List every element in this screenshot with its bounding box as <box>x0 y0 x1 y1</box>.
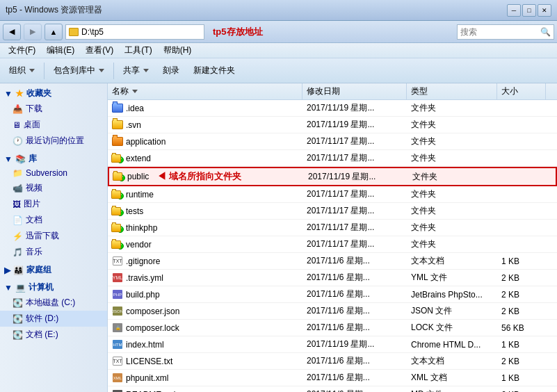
share-button[interactable]: 共享 <box>117 62 155 79</box>
sidebar-item-documents[interactable]: 📄 文档 <box>0 212 107 228</box>
disk-d-icon: 💽 <box>13 314 23 324</box>
menu-edit[interactable]: 编辑(E) <box>41 43 80 58</box>
file-size: 56 KB <box>497 321 546 335</box>
column-header-date[interactable]: 修改日期 <box>302 83 407 99</box>
file-name: composer.lock <box>126 323 179 333</box>
file-name: public <box>127 172 149 181</box>
video-icon: 📹 <box>13 183 23 193</box>
file-row[interactable]: YML .travis.yml 2017/11/6 星期... YML 文件 2… <box>108 270 557 286</box>
sidebar-item-drive-c[interactable]: 💽 本地磁盘 (C:) <box>0 295 107 311</box>
file-row[interactable]: TXT LICENSE.txt 2017/11/6 星期... 文本文档 2 K… <box>108 353 557 370</box>
back-button[interactable]: ◀ <box>3 24 21 40</box>
sidebar-item-music[interactable]: 🎵 音乐 <box>0 244 107 260</box>
menu-tools[interactable]: 工具(T) <box>119 43 157 58</box>
file-name: phpunit.xml <box>126 373 168 383</box>
library-header[interactable]: ▼ 📚 库 <box>0 152 107 166</box>
homegroup-icon: 👨‍👩‍👧 <box>13 266 24 275</box>
address-box[interactable]: D:\tp5 <box>65 24 204 40</box>
file-row[interactable]: TXT .gitignore 2017/11/6 星期... 文本文档 1 KB <box>108 253 557 270</box>
minimize-button[interactable]: ─ <box>507 4 521 17</box>
file-size: 2 KB <box>497 304 546 318</box>
file-row[interactable]: ✓ public ◀ 域名所指向文件夹 2017/11/19 星期... 文件夹 <box>108 167 557 186</box>
menu-help[interactable]: 帮助(H) <box>158 43 197 58</box>
file-date: 2017/11/19 星期... <box>302 336 407 352</box>
file-row[interactable]: ✓ tests 2017/11/17 星期... 文件夹 <box>108 203 557 220</box>
file-row[interactable]: .svn 2017/11/19 星期... 文件夹 <box>108 117 557 133</box>
burn-button[interactable]: 刻录 <box>156 62 186 79</box>
file-name-cell: ✓ vendor <box>108 237 302 252</box>
sidebar-item-drive-e[interactable]: 💽 文档 (E:) <box>0 327 107 343</box>
computer-header[interactable]: ▼ 💻 计算机 <box>0 280 107 295</box>
include-library-button[interactable]: 包含到库中 <box>47 62 111 79</box>
sidebar-item-pictures[interactable]: 🖼 图片 <box>0 196 107 212</box>
file-row[interactable]: .idea 2017/11/19 星期... 文件夹 <box>108 100 557 117</box>
file-row[interactable]: HTM index.html 2017/11/19 星期... Chrome H… <box>108 336 557 353</box>
file-row[interactable]: 🔒 composer.lock 2017/11/6 星期... LOCK 文件 … <box>108 320 557 336</box>
library-section: ▼ 📚 库 📁 Subversion 📹 视频 🖼 图片 📄 文档 ⚡ <box>0 152 107 260</box>
file-row[interactable]: ✓ thinkphp 2017/11/17 星期... 文件夹 <box>108 220 557 236</box>
file-name-cell: TXT LICENSE.txt <box>108 354 302 369</box>
file-row[interactable]: ✓ vendor 2017/11/17 星期... 文件夹 <box>108 236 557 253</box>
file-list-header: 名称 修改日期 类型 大小 <box>108 83 557 100</box>
menu-view[interactable]: 查看(V) <box>80 43 119 58</box>
file-type: 文件夹 <box>407 150 497 166</box>
library-label: 库 <box>29 153 37 165</box>
organize-button[interactable]: 组织 <box>3 62 41 79</box>
file-name: runtime <box>126 190 154 199</box>
file-icon: ✓ <box>112 222 123 234</box>
file-name-cell: ✓ runtime <box>108 187 302 202</box>
homegroup-header[interactable]: ▶ 👨‍👩‍👧 家庭组 <box>0 263 107 277</box>
file-size <box>497 209 546 213</box>
sidebar-item-video[interactable]: 📹 视频 <box>0 180 107 196</box>
title-bar-buttons: ─ □ ✕ <box>507 4 551 17</box>
chevron-down-icon: ▼ <box>4 154 13 164</box>
column-header-size[interactable]: 大小 <box>497 83 546 99</box>
sidebar-item-thunder[interactable]: ⚡ 迅雷下载 <box>0 228 107 244</box>
file-row[interactable]: XML phpunit.xml 2017/11/6 星期... XML 文档 1… <box>108 370 557 386</box>
sidebar-item-subversion[interactable]: 📁 Subversion <box>0 166 107 180</box>
file-row[interactable]: application 2017/11/17 星期... 文件夹 <box>108 133 557 150</box>
sidebar-item-label: 软件 (D:) <box>26 313 58 325</box>
file-icon <box>112 120 123 131</box>
sidebar-item-label: 图片 <box>24 198 40 210</box>
search-box[interactable]: 🔍 <box>457 24 554 40</box>
column-header-name[interactable]: 名称 <box>108 83 302 99</box>
forward-button[interactable]: ▶ <box>24 24 42 40</box>
chevron-down-icon: ▼ <box>4 283 13 293</box>
close-button[interactable]: ✕ <box>538 4 551 17</box>
file-icon: 🔒 <box>112 322 123 334</box>
sidebar-item-desktop[interactable]: 🖥 桌面 <box>0 117 107 133</box>
file-date: 2017/11/17 星期... <box>302 133 407 149</box>
file-size: 2 KB <box>497 288 546 302</box>
up-button[interactable]: ▲ <box>45 24 63 40</box>
menu-file[interactable]: 文件(F) <box>3 43 41 58</box>
maximize-button[interactable]: □ <box>522 4 536 17</box>
file-date: 2017/11/19 星期... <box>302 100 407 116</box>
favorites-header[interactable]: ▼ ★ 收藏夹 <box>0 86 107 101</box>
file-date: 2017/11/17 星期... <box>302 203 407 219</box>
file-row[interactable]: PHP build.php 2017/11/6 星期... JetBrains … <box>108 286 557 303</box>
file-date: 2017/11/19 星期... <box>304 169 408 185</box>
share-label: 共享 <box>123 65 140 76</box>
search-input[interactable] <box>460 27 540 37</box>
sidebar-item-label: 迅雷下载 <box>26 230 59 242</box>
file-row[interactable]: JSON composer.json 2017/11/6 星期... JSON … <box>108 303 557 320</box>
file-row[interactable]: MD README.md 2017/11/6 星期... MD 文件 6 KB <box>108 386 557 392</box>
file-name-cell: MD README.md <box>108 387 302 393</box>
file-name-cell: ✓ extend <box>108 151 302 166</box>
favorites-section: ▼ ★ 收藏夹 📥 下载 🖥 桌面 🕐 最近访问的位置 <box>0 86 107 149</box>
sidebar-item-recent[interactable]: 🕐 最近访问的位置 <box>0 133 107 149</box>
file-row[interactable]: ✓ runtime 2017/11/17 星期... 文件夹 <box>108 186 557 203</box>
column-header-type[interactable]: 类型 <box>407 83 497 99</box>
sidebar-item-drive-d[interactable]: 💽 软件 (D:) <box>0 311 107 327</box>
file-date: 2017/11/6 星期... <box>302 253 407 269</box>
computer-section: ▼ 💻 计算机 💽 本地磁盘 (C:) 💽 软件 (D:) 💽 文档 (E:) <box>0 280 107 343</box>
sidebar-item-download[interactable]: 📥 下载 <box>0 101 107 117</box>
file-date: 2017/11/17 星期... <box>302 150 407 166</box>
file-type: Chrome HTML D... <box>407 338 497 352</box>
include-label: 包含到库中 <box>54 65 95 76</box>
file-icon: TXT <box>112 356 123 367</box>
file-row[interactable]: ✓ extend 2017/11/17 星期... 文件夹 <box>108 150 557 167</box>
new-folder-button[interactable]: 新建文件夹 <box>187 62 241 79</box>
library-icon: 📚 <box>15 154 26 164</box>
